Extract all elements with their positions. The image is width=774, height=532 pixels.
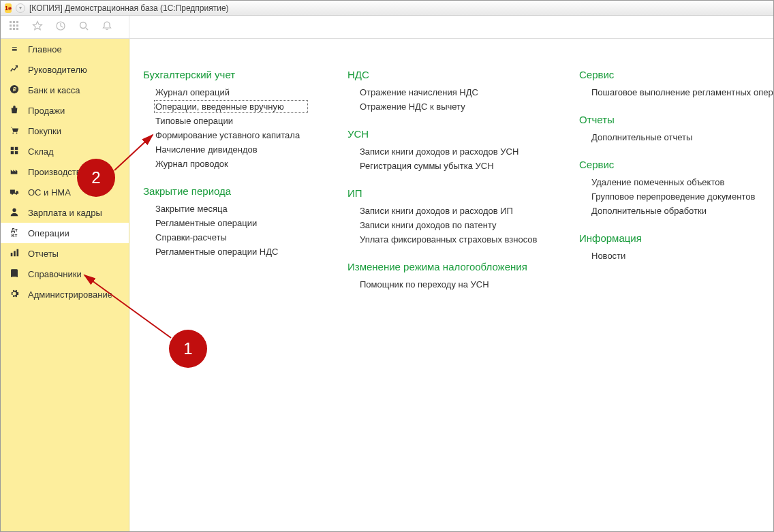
section-nds[interactable]: НДС xyxy=(347,69,538,80)
column-2: НДС Отражение начисления НДС Отражение Н… xyxy=(347,66,538,518)
svg-rect-0 xyxy=(10,21,12,23)
annotation-circle-2: 2 xyxy=(77,159,115,197)
links-reports: Дополнительные отчеты xyxy=(579,132,773,142)
sidebar-item-label: Руководителю xyxy=(28,65,87,75)
link-group-repost[interactable]: Групповое перепроведение документов xyxy=(591,191,773,202)
link-extra-proc[interactable]: Дополнительные обработки xyxy=(591,206,773,216)
link-usn-book[interactable]: Записи книги доходов и расходов УСН xyxy=(360,146,538,157)
ruble-icon: ₽ xyxy=(9,84,20,96)
main-panel: Бухгалтерский учет Журнал операций Опера… xyxy=(129,39,773,531)
hamburger-icon: ≡ xyxy=(9,44,20,54)
links-ip: Записи книги доходов и расходов ИП Запис… xyxy=(347,206,538,245)
history-icon[interactable] xyxy=(55,20,66,33)
sidebar-item-manager[interactable]: Руководителю xyxy=(1,59,129,80)
column-1: Бухгалтерский учет Журнал операций Опера… xyxy=(143,66,307,518)
link-delete-marked[interactable]: Удаление помеченных объектов xyxy=(591,177,773,187)
sidebar-item-bank[interactable]: ₽ Банк и касса xyxy=(1,80,129,100)
link-manual-ops[interactable]: Операции, введенные вручную xyxy=(155,101,307,112)
truck-icon xyxy=(9,187,20,198)
link-dividends[interactable]: Начисление дивидендов xyxy=(155,144,307,155)
link-extra-reports[interactable]: Дополнительные отчеты xyxy=(591,132,773,142)
sidebar-item-label: Операции xyxy=(28,228,69,238)
svg-rect-7 xyxy=(13,28,15,30)
section-info[interactable]: Информация xyxy=(579,232,773,244)
link-journal[interactable]: Журнал операций xyxy=(155,87,307,97)
link-patent-book[interactable]: Записи книги доходов по патенту xyxy=(360,220,538,230)
star-icon[interactable] xyxy=(32,20,43,33)
top-toolbar xyxy=(1,16,773,39)
sidebar-item-label: Справочники xyxy=(28,269,82,279)
section-ip[interactable]: ИП xyxy=(347,187,538,199)
link-usn-assistant[interactable]: Помощник по переходу на УСН xyxy=(360,279,538,290)
titlebar: 1e ▾ [КОПИЯ] Демонстрационная база (1С:П… xyxy=(1,1,773,16)
sidebar-item-sales[interactable]: Продажи xyxy=(1,100,129,121)
link-regl-nds[interactable]: Регламентные операции НДС xyxy=(155,247,307,257)
svg-rect-6 xyxy=(10,28,12,30)
links-service-1: Пошаговое выполнение регламентных операц… xyxy=(579,87,773,97)
links-nds: Отражение начисления НДС Отражение НДС к… xyxy=(347,87,538,112)
sidebar-item-salary[interactable]: Зарплата и кадры xyxy=(1,202,129,223)
svg-text:₽: ₽ xyxy=(13,87,16,93)
links-service-2: Удаление помеченных объектов Групповое п… xyxy=(579,177,773,216)
section-service-2[interactable]: Сервис xyxy=(579,159,773,170)
app-window: 1e ▾ [КОПИЯ] Демонстрационная база (1С:П… xyxy=(0,0,774,532)
svg-rect-16 xyxy=(15,146,18,149)
sidebar-item-purchases[interactable]: Покупки xyxy=(1,121,129,141)
link-nds-charge[interactable]: Отражение начисления НДС xyxy=(360,87,538,97)
factory-icon xyxy=(9,166,20,178)
sidebar-item-operations[interactable]: ДтКт Операции xyxy=(1,223,129,243)
svg-rect-8 xyxy=(16,28,18,30)
apps-grid-icon[interactable] xyxy=(9,20,20,33)
svg-rect-22 xyxy=(17,249,19,256)
sidebar-item-label: ОС и НМА xyxy=(28,187,71,198)
svg-rect-5 xyxy=(16,25,18,27)
links-tax-mode: Помощник по переходу на УСН xyxy=(347,279,538,290)
bell-icon[interactable] xyxy=(102,20,112,33)
search-icon[interactable] xyxy=(78,20,89,33)
toolbar-icons-group xyxy=(1,16,129,38)
chart-line-icon xyxy=(9,64,20,76)
links-accounting: Журнал операций Операции, введенные вруч… xyxy=(143,87,307,169)
link-regl-ops[interactable]: Регламентные операции xyxy=(155,218,307,228)
link-ip-book[interactable]: Записи книги доходов и расходов ИП xyxy=(360,206,538,216)
link-calcs[interactable]: Справки-расчеты xyxy=(155,232,307,242)
svg-rect-23 xyxy=(12,269,18,277)
svg-rect-3 xyxy=(10,25,12,27)
cart-icon xyxy=(9,125,20,137)
svg-rect-17 xyxy=(11,151,14,153)
sidebar-item-reports[interactable]: Отчеты xyxy=(1,243,129,264)
titlebar-dropdown-icon[interactable]: ▾ xyxy=(16,3,25,13)
svg-point-13 xyxy=(12,132,14,134)
link-postings[interactable]: Журнал проводок xyxy=(155,159,307,169)
sidebar-item-admin[interactable]: Администрирование xyxy=(1,284,129,304)
section-reports[interactable]: Отчеты xyxy=(579,114,773,125)
sidebar-item-warehouse[interactable]: Склад xyxy=(1,141,129,161)
svg-rect-15 xyxy=(11,146,14,149)
sidebar-item-catalogs[interactable]: Справочники xyxy=(1,264,129,284)
svg-rect-18 xyxy=(15,151,18,153)
section-tax-mode[interactable]: Изменение режима налогообложения xyxy=(347,261,538,272)
sidebar-item-label: Зарплата и кадры xyxy=(28,208,102,218)
section-closing[interactable]: Закрытие периода xyxy=(143,185,307,197)
link-stepwise[interactable]: Пошаговое выполнение регламентных операц… xyxy=(591,87,773,97)
svg-rect-20 xyxy=(11,253,13,256)
sidebar: ≡ Главное Руководителю ₽ Банк и касса Пр… xyxy=(1,39,129,531)
link-news[interactable]: Новости xyxy=(591,251,773,261)
section-accounting[interactable]: Бухгалтерский учет xyxy=(143,69,307,80)
link-close-month[interactable]: Закрытие месяца xyxy=(155,204,307,214)
links-info: Новости xyxy=(579,251,773,261)
link-usn-loss[interactable]: Регистрация суммы убытка УСН xyxy=(360,161,538,171)
section-usn[interactable]: УСН xyxy=(347,128,538,140)
link-capital[interactable]: Формирование уставного капитала xyxy=(155,130,307,140)
link-typical-ops[interactable]: Типовые операции xyxy=(155,116,307,126)
section-service-1[interactable]: Сервис xyxy=(579,69,773,80)
link-nds-deduct[interactable]: Отражение НДС к вычету xyxy=(360,101,538,112)
svg-rect-2 xyxy=(16,21,18,23)
window-title: [КОПИЯ] Демонстрационная база (1С:Предпр… xyxy=(29,3,229,13)
sidebar-item-label: Продажи xyxy=(28,106,65,116)
svg-point-19 xyxy=(12,208,16,211)
sidebar-item-main[interactable]: ≡ Главное xyxy=(1,39,129,59)
annotation-circle-1: 1 xyxy=(169,330,207,368)
link-fixed-ins[interactable]: Уплата фиксированных страховых взносов xyxy=(360,234,538,245)
person-icon xyxy=(9,207,20,219)
